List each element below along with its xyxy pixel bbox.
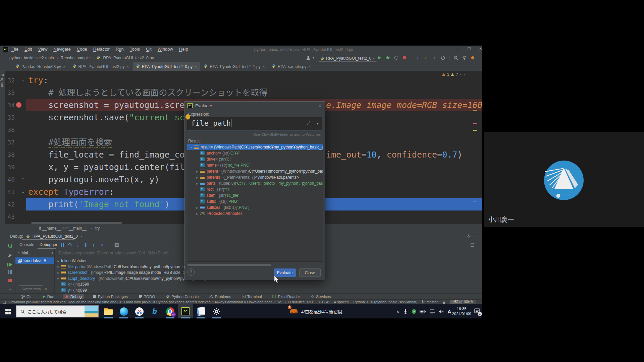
tree-row-anchor[interactable]: 01anchor = {str} 'C:¥¥' <box>187 150 323 156</box>
step-over-icon[interactable]: ↷ <box>68 242 72 248</box>
line-number[interactable]: 36 <box>5 124 15 136</box>
rerun-icon[interactable] <box>8 243 12 249</box>
toolwindow-terminal[interactable]: Terminal <box>240 294 264 299</box>
menu-file[interactable]: File <box>11 47 18 52</box>
resume-icon[interactable] <box>7 263 12 266</box>
stripe-mark[interactable] <box>473 201 477 202</box>
watch-input-placeholder[interactable]: Evaluate expression (Enter) or add a wat… <box>59 251 169 255</box>
run-configuration-select[interactable]: RPA_PyautoGUI_test2_0 ▾ <box>318 55 377 62</box>
menu-edit[interactable]: Edit <box>24 47 32 52</box>
maximize-icon[interactable]: □ <box>468 46 470 51</box>
toolwindow-python-console[interactable]: Python Console <box>164 294 201 299</box>
history-icon[interactable] <box>440 55 446 61</box>
menu-git[interactable]: Git <box>146 47 152 52</box>
tab-RPA_sample.py[interactable]: RPA_sample.py× <box>268 62 314 71</box>
tree-row-suffixes[interactable]: ▸suffixes = {list: 1} ['.PNG'] <box>187 204 323 210</box>
tree-row-name[interactable]: 01name = {str} 'sc_file.PNG' <box>187 162 323 168</box>
toolwindow-todo[interactable]: TODO <box>137 294 157 299</box>
toolwindow-services[interactable]: Services <box>309 294 333 299</box>
code-line[interactable]: screenshot = pyautogui.scre <box>28 99 185 111</box>
menu-tools[interactable]: Tools <box>130 47 140 52</box>
line-number[interactable]: 32 <box>5 74 15 86</box>
code-line[interactable]: file_locate = find_image_co <box>28 148 185 161</box>
indent-style[interactable]: 4 spaces <box>334 300 349 304</box>
tree-expand-icon[interactable]: ▸ <box>56 259 61 263</box>
user-icon[interactable] <box>305 55 311 61</box>
next-problem-icon[interactable]: ∨ <box>464 73 466 76</box>
toolwindow-run[interactable]: Run <box>40 294 56 299</box>
code-line[interactable]: #処理画面を検索 <box>28 136 112 148</box>
ime-indicator[interactable]: A <box>447 304 451 318</box>
help-button[interactable]: ? <box>187 268 195 276</box>
breakpoint-icon[interactable] <box>16 102 21 108</box>
battery-icon[interactable] <box>420 304 426 318</box>
prev-problem-icon[interactable]: ∧ <box>460 73 462 76</box>
tab-close-icon[interactable]: × <box>126 65 128 69</box>
tree-expand-icon[interactable]: ▸ <box>195 170 200 173</box>
network-icon[interactable] <box>430 304 435 318</box>
breadcrumb-main[interactable]: if __name__ == '__main__' <box>39 226 87 231</box>
code-line[interactable]: pyautogui.moveTo(x, y) <box>28 173 159 186</box>
close-session-icon[interactable]: × <box>80 234 83 238</box>
breadcrumb-item[interactable]: Renshu_sample <box>61 56 90 60</box>
line-number[interactable]: 37 <box>5 136 15 148</box>
pause-icon[interactable] <box>8 270 12 274</box>
search-icon[interactable] <box>453 55 459 61</box>
fold-marker-icon[interactable]: ⌃ <box>21 173 25 186</box>
taskbar-app-pycharm[interactable]: PC <box>178 304 193 318</box>
step-out-icon[interactable]: ↑ <box>92 242 95 248</box>
line-number[interactable]: 33 <box>5 86 15 99</box>
more-actions-icon[interactable]: » <box>9 287 11 291</box>
tree-row-parents[interactable]: ▸parents = {_PathParents: 7} <WindowsPat… <box>187 174 323 180</box>
security-shield-icon[interactable] <box>412 304 416 318</box>
tree-expand-icon[interactable]: ▸ <box>56 277 61 280</box>
menu-navigate[interactable]: Navigate <box>53 47 70 52</box>
tree-row-stem[interactable]: 01stem = {str} 'sc_file' <box>187 192 323 198</box>
search-highlight-image[interactable] <box>85 306 98 317</box>
stripe-mark[interactable] <box>473 110 477 111</box>
fold-marker-icon[interactable]: ⌄ <box>21 186 25 198</box>
interpreter[interactable]: Python 3.10 (python_basic_sec2-main) <box>354 300 418 304</box>
tab-close-icon[interactable]: × <box>195 65 197 69</box>
menu-help[interactable]: Help <box>179 47 188 52</box>
step-into-icon[interactable]: ↓ <box>77 242 79 248</box>
intention-bulb-icon[interactable] <box>185 114 190 119</box>
menu-run[interactable]: Run <box>116 47 124 52</box>
stack-frame-row[interactable]: <module>, R <box>15 257 54 264</box>
background-tasks-icon[interactable] <box>3 301 6 304</box>
toolwindow-debug[interactable]: Debug <box>63 294 84 299</box>
hide-panel-icon[interactable]: — <box>475 234 480 240</box>
menu-view[interactable]: View <box>38 47 47 52</box>
code-line[interactable]: # 処理しようとしている画面のスクリーンショットを取得 <box>28 86 267 99</box>
tree-expand-icon[interactable]: ▾ <box>189 145 194 149</box>
tree-row-root[interactable]: 01root = {str} '¥¥' <box>187 186 323 192</box>
tree-expand-icon[interactable]: ▸ <box>195 182 200 185</box>
line-number[interactable]: 43 <box>5 210 15 223</box>
tree-expand-icon[interactable]: ▸ <box>56 271 61 275</box>
tab-RPA_PyautoGUI_test2.py[interactable]: RPA_PyautoGUI_test2.py× <box>69 62 132 71</box>
thread-selector[interactable]: ≡ Mai...... ▾ <box>17 251 53 255</box>
git-commit-icon[interactable]: ✓ <box>423 55 429 61</box>
tree-row-result[interactable]: ▾result = {WindowsPath} C:¥Users¥omoto¥m… <box>187 144 323 150</box>
taskbar-search-input[interactable]: ここに入力して検索 <box>16 305 99 317</box>
expression-history-dropdown-icon[interactable]: ▾ <box>313 117 322 130</box>
layout-settings-icon[interactable]: ▢ <box>470 242 474 247</box>
settings-wrench-icon[interactable] <box>8 253 12 259</box>
close-icon[interactable]: × <box>479 46 482 51</box>
expression-input[interactable]: file_path ▾ <box>187 117 322 130</box>
force-step-into-icon[interactable]: ↧ <box>84 242 88 248</box>
line-number[interactable]: 42 <box>5 198 15 210</box>
microphone-icon[interactable] <box>404 304 408 318</box>
breadcrumb-node[interactable]: try <box>95 226 100 231</box>
breadcrumb-item[interactable]: RPA_PyautoGUI_test2_0.py <box>103 56 154 60</box>
tree-expand-icon[interactable]: ▸ <box>195 176 200 179</box>
minimize-icon[interactable]: – <box>457 46 459 51</box>
taskbar-app-bing[interactable]: b <box>147 304 162 318</box>
toolwindow-git[interactable]: Git <box>19 294 34 299</box>
tab-console[interactable]: Console <box>19 242 34 247</box>
sidebar-item-project[interactable]: Project <box>0 74 4 87</box>
tree-expand-icon[interactable]: ▸ <box>195 206 200 209</box>
tree-expand-icon[interactable]: ▸ <box>195 212 200 216</box>
line-number[interactable]: 38 <box>5 148 15 161</box>
tree-row-parent[interactable]: ▸parent = {WindowsPath} C:¥Users¥omoto¥m… <box>187 168 323 174</box>
